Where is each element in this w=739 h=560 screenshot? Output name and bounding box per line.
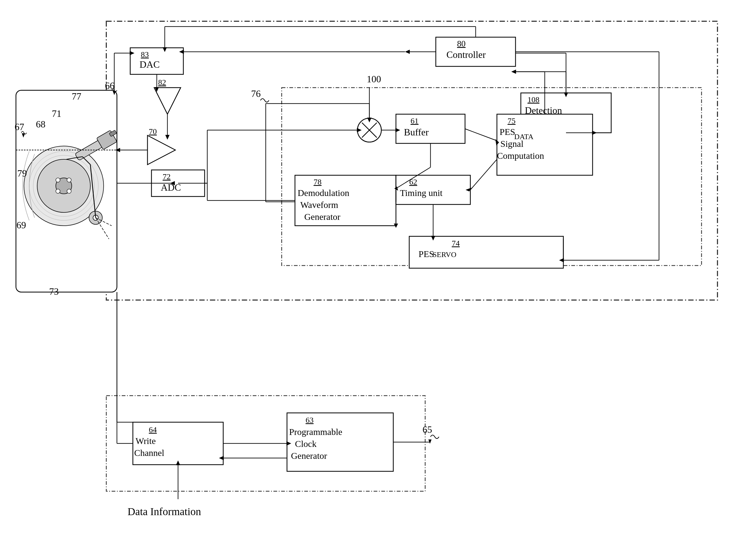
dac-id: 83	[141, 50, 149, 59]
timing-label: Timing unit	[400, 188, 443, 198]
arrow-amp82-amp70	[165, 135, 169, 140]
label-67: 67	[15, 122, 24, 132]
pesdata-label2: Signal	[500, 139, 524, 149]
label-65: 65	[423, 424, 432, 435]
progclock-label1: Programmable	[289, 427, 342, 437]
pesdata-label1: PES	[499, 127, 515, 137]
arrow-pesdata-ctrl	[511, 69, 516, 74]
detection-id: 108	[528, 95, 540, 104]
writechannel-label2: Channel	[134, 448, 164, 458]
timing-id: 62	[409, 177, 417, 186]
amp82-shape	[154, 87, 181, 114]
pesservo-sub: SERVO	[433, 250, 456, 258]
motor-hole1	[56, 178, 60, 182]
progclock-label3: Generator	[291, 451, 327, 461]
wavy-76	[260, 99, 269, 102]
progclock-id: 63	[306, 415, 314, 424]
label-66: 66	[105, 80, 115, 91]
label-79: 79	[17, 168, 27, 179]
motor-hole3	[56, 189, 60, 193]
dac-label: DAC	[140, 59, 160, 70]
buffer-id: 61	[411, 116, 419, 125]
adc-label: ADC	[161, 182, 181, 193]
controller-id: 80	[457, 39, 466, 48]
amp82-id: 82	[158, 78, 166, 86]
pesservo-label1: PES	[419, 249, 434, 259]
demod-label2: Waveform	[300, 200, 338, 210]
wavy-65	[431, 435, 439, 439]
motor-hole2	[67, 178, 71, 182]
pesdata-label3: Computation	[497, 151, 544, 161]
demod-label1: Demodulation	[298, 188, 349, 198]
motor-hole4	[67, 189, 71, 193]
amp70-id: 70	[149, 127, 157, 136]
demod-label3: Generator	[304, 212, 341, 222]
arrow-65	[428, 439, 432, 444]
label-69: 69	[16, 220, 26, 230]
diagram-container: 80 Controller 83 DAC 82 70 72 ADC 108 De…	[0, 0, 739, 560]
label-77: 77	[72, 91, 81, 102]
adc-id: 72	[163, 172, 171, 181]
buffer-label: Buffer	[404, 127, 429, 138]
pesservo-id: 74	[452, 239, 460, 247]
label-100: 100	[367, 74, 381, 84]
label-71: 71	[52, 108, 61, 119]
pesdata-to-timing	[470, 159, 497, 190]
label-73: 73	[49, 286, 59, 297]
pesdata-id: 75	[507, 116, 515, 125]
progclock-label2: Clock	[295, 439, 316, 449]
label-76: 76	[251, 88, 261, 99]
writechannel-label1: Write	[136, 436, 156, 446]
amp70-shape	[147, 136, 175, 165]
label-68: 68	[36, 119, 45, 130]
arrow-ctrl-left	[405, 50, 410, 54]
data-info-label: Data Information	[128, 506, 201, 518]
demod-id: 78	[314, 177, 321, 186]
controller-label: Controller	[446, 49, 486, 60]
writechannel-id: 64	[149, 425, 157, 434]
buffer-to-pesdata	[465, 129, 497, 141]
